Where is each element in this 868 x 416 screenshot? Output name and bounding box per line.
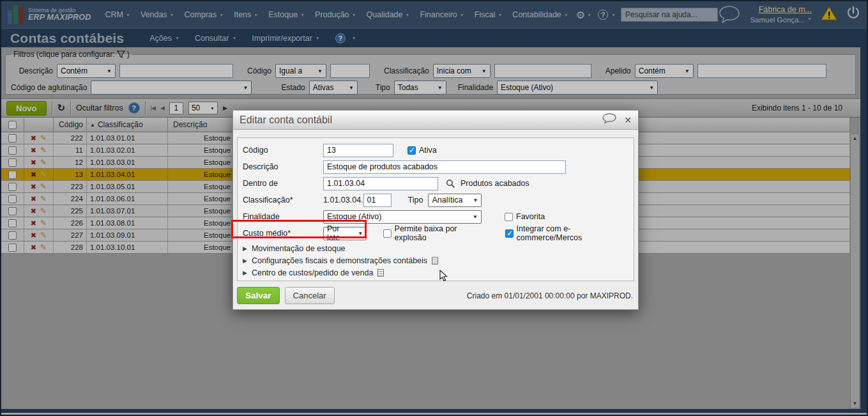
field-codigo-label: Código — [243, 146, 323, 155]
magnifier-icon[interactable] — [446, 179, 455, 189]
created-info: Criado em 01/01/2001 00:00:00 por MAXIPR… — [467, 291, 633, 300]
app-window: Sistema de gestão ERP MAXIPROD CRM▼Venda… — [0, 0, 868, 416]
section-label: Centro de custos/pedido de venda — [252, 268, 373, 277]
modal-close-icon[interactable]: ✕ — [624, 115, 632, 125]
field-dentro-input[interactable] — [323, 177, 438, 190]
ativa-checkbox-group[interactable]: Ativa — [407, 146, 437, 155]
edit-account-modal: Editar conta contábil ✕ Código Ativa Des… — [232, 110, 639, 310]
expand-arrow-icon: ▶ — [243, 258, 247, 264]
section-toggle[interactable]: ▶Movimentação de estoque — [243, 242, 628, 254]
classificacao-suffix-input[interactable] — [363, 194, 392, 207]
expand-arrow-icon: ▶ — [243, 245, 247, 252]
favorita-checkbox-group[interactable]: Favorita — [505, 212, 545, 221]
modal-comment-icon[interactable] — [602, 113, 616, 127]
field-classificacao-label: Classificação* — [243, 196, 323, 204]
modal-footer: Salvar Cancelar Criado em 01/01/2001 00:… — [237, 287, 633, 304]
custo-medio-select[interactable]: Por lote▼ — [323, 227, 367, 240]
baixa-explosao-checkbox-group[interactable]: Permite baixa por explosão — [383, 224, 485, 242]
section-label: Configurações fiscais e demonstrações co… — [252, 256, 427, 265]
baixa-explosao-label: Permite baixa por explosão — [395, 224, 485, 242]
field-finalidade-label: Finalidade — [243, 212, 323, 221]
dentro-reference-text: Produtos acabados — [461, 179, 529, 188]
expand-arrow-icon: ▶ — [243, 270, 247, 276]
modal-title: Editar conta contábil — [240, 114, 332, 126]
favorita-checkbox[interactable] — [505, 213, 513, 221]
salvar-button[interactable]: Salvar — [237, 287, 280, 304]
ativa-label: Ativa — [419, 146, 437, 155]
modal-form-panel: Código Ativa Descrição Dentro de Produto… — [237, 137, 634, 281]
field-descricao-input[interactable] — [323, 160, 566, 174]
integrar-ecommerce-label: Integrar com e-commerce/Mercos — [517, 224, 628, 242]
field-codigo-input[interactable] — [323, 144, 393, 157]
integrar-ecommerce-checkbox[interactable] — [505, 229, 513, 238]
finalidade-select[interactable]: Estoque (Ativo)▼ — [323, 210, 482, 224]
integrar-ecommerce-checkbox-group[interactable]: Integrar com e-commerce/Mercos — [505, 224, 628, 242]
modal-sections: ▶Movimentação de estoque▶Configurações f… — [243, 242, 628, 279]
favorita-label: Favorita — [516, 212, 545, 221]
document-icon — [377, 269, 384, 277]
ativa-checkbox[interactable] — [407, 146, 416, 155]
baixa-explosao-checkbox[interactable] — [383, 229, 391, 238]
section-toggle[interactable]: ▶Configurações fiscais e demonstrações c… — [243, 254, 628, 266]
classificacao-prefix: 1.01.03.04. — [323, 196, 363, 204]
section-label: Movimentação de estoque — [252, 244, 346, 253]
field-custo-medio-label: Custo médio* — [243, 229, 323, 238]
field-dentro-label: Dentro de — [243, 179, 323, 188]
section-toggle[interactable]: ▶Centro de custos/pedido de venda — [243, 266, 628, 279]
cancelar-button[interactable]: Cancelar — [285, 287, 335, 304]
document-icon — [432, 257, 438, 265]
field-tipo-label: Tipo — [408, 196, 423, 204]
tipo-select[interactable]: Analítica▼ — [428, 194, 482, 207]
modal-header: Editar conta contábil ✕ — [233, 111, 638, 130]
field-descricao-label: Descrição — [243, 162, 323, 171]
